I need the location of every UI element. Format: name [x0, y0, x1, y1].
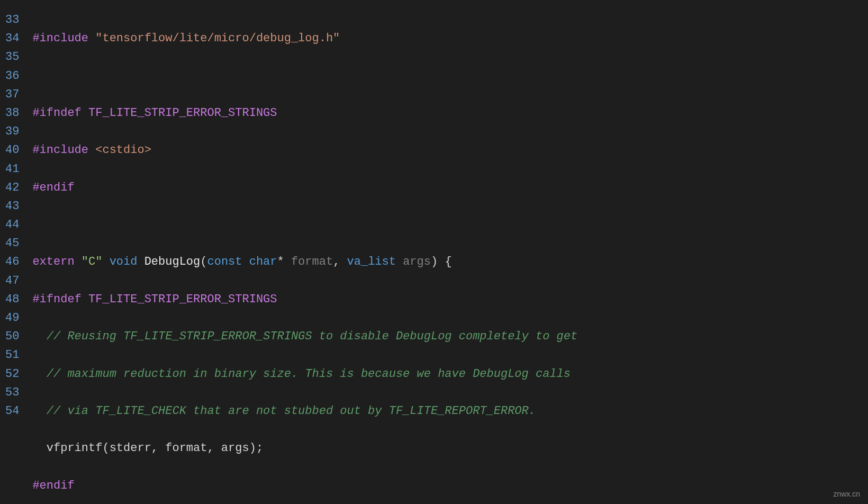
ifndef-directive: #ifndef: [32, 106, 81, 120]
line-number-gutter: 33 34 35 36 37 38 39 40 41 42 43 44 45 4…: [5, 11, 32, 504]
code-line[interactable]: #ifndef TF_LITE_STRIP_ERROR_STRINGS: [32, 104, 863, 122]
code-line[interactable]: [32, 215, 863, 234]
line-number: 47: [5, 272, 19, 290]
line-number: 43: [5, 197, 19, 215]
macro-name: TF_LITE_STRIP_ERROR_STRINGS: [88, 293, 277, 306]
include-header: <cstdio>: [95, 143, 151, 157]
line-number: 52: [5, 365, 19, 383]
code-line[interactable]: #endif: [32, 476, 863, 495]
line-number: 39: [5, 122, 19, 141]
line-number: 45: [5, 234, 19, 253]
comment: // via TF_LITE_CHECK that are not stubbe…: [32, 404, 536, 418]
line-number: 51: [5, 346, 19, 364]
param-name: args: [403, 255, 431, 268]
function-name: DebugLog: [144, 255, 201, 268]
comment: // maximum reduction in binary size. Thi…: [32, 367, 571, 381]
line-number: 36: [5, 67, 19, 85]
line-number: 54: [5, 402, 19, 420]
include-directive: #include: [32, 143, 88, 157]
void-type: void: [110, 255, 138, 268]
macro-name: TF_LITE_STRIP_ERROR_STRINGS: [88, 106, 277, 120]
rparen: ): [431, 255, 438, 268]
code-line[interactable]: // Reusing TF_LITE_STRIP_ERROR_STRINGS t…: [32, 327, 863, 346]
ifndef-directive: #ifndef: [32, 293, 81, 306]
code-line[interactable]: extern "C" void DebugLog(const char* for…: [32, 253, 863, 271]
line-number: 35: [5, 48, 19, 66]
code-editor-view: 33 34 35 36 37 38 39 40 41 42 43 44 45 4…: [5, 11, 863, 504]
call-args: (stderr, format, args);: [102, 442, 263, 455]
comma: ,: [333, 255, 340, 268]
line-number: 37: [5, 85, 19, 104]
extern-keyword: extern: [32, 255, 74, 268]
code-line[interactable]: #endif: [32, 178, 863, 197]
comment: // Reusing TF_LITE_STRIP_ERROR_STRINGS t…: [32, 330, 577, 343]
line-number: 44: [5, 215, 19, 234]
code-line[interactable]: [32, 67, 863, 85]
code-line[interactable]: // maximum reduction in binary size. Thi…: [32, 365, 863, 383]
code-line[interactable]: vfprintf(stderr, format, args);: [32, 439, 863, 457]
line-number: 34: [5, 29, 19, 48]
star: *: [277, 255, 284, 268]
code-line[interactable]: #ifndef TF_LITE_STRIP_ERROR_STRINGS: [32, 290, 863, 309]
endif-directive: #endif: [32, 479, 74, 492]
char-type: char: [249, 255, 277, 268]
include-directive: #include: [32, 32, 88, 45]
line-number: 49: [5, 309, 19, 327]
line-number: 42: [5, 178, 19, 197]
code-line[interactable]: #include "tensorflow/lite/micro/debug_lo…: [32, 29, 863, 48]
lbrace: {: [445, 255, 451, 268]
code-content[interactable]: #include "tensorflow/lite/micro/debug_lo…: [32, 11, 863, 504]
lparen: (: [200, 255, 207, 268]
valist-type: va_list: [347, 255, 396, 268]
line-number: 41: [5, 160, 19, 178]
line-number: 53: [5, 383, 19, 402]
line-number: 38: [5, 104, 19, 122]
line-number: 46: [5, 253, 19, 271]
const-keyword: const: [207, 255, 242, 268]
endif-directive: #endif: [32, 181, 74, 194]
line-number: 48: [5, 290, 19, 309]
line-number: 33: [5, 11, 19, 29]
indent: [32, 442, 46, 455]
watermark: znwx.cn: [833, 488, 860, 500]
string-literal: "C": [82, 255, 103, 268]
include-path: "tensorflow/lite/micro/debug_log.h": [95, 32, 340, 45]
param-name: format: [291, 255, 333, 268]
line-number: 50: [5, 327, 19, 346]
code-line[interactable]: #include <cstdio>: [32, 141, 863, 159]
code-line[interactable]: // via TF_LITE_CHECK that are not stubbe…: [32, 402, 863, 420]
line-number: 40: [5, 141, 19, 159]
function-call: vfprintf: [47, 442, 103, 455]
